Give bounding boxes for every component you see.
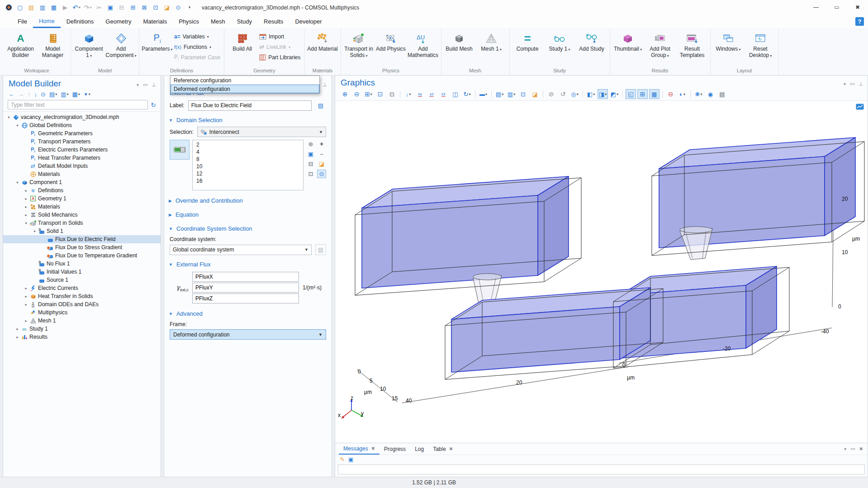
select-box-button[interactable]: ⊡ [518,89,528,99]
menu-geometry[interactable]: Geometry [100,15,137,28]
zoom-extents-button[interactable]: ⊡ [375,89,385,99]
copy-selection-button[interactable]: ▣ [306,150,315,158]
print-button[interactable]: ▤ [717,89,727,99]
go-to-yz-view-button[interactable]: yz [427,89,437,99]
tree-item-global-definitions[interactable]: ▾Global Definitions [3,121,161,129]
tree-item-transport-in-solids[interactable]: ▾Transport in Solids [3,219,161,227]
rotate-view-button[interactable]: ↻▾ [462,89,472,99]
float-panel-icon[interactable]: ▭ [850,446,855,451]
menu-mesh[interactable]: Mesh [205,15,231,28]
add-mathematics-button[interactable]: ΔUAdd Mathematics [407,29,439,58]
tree-item-flux-due-to-temperature-gradient[interactable]: Flux Due to Temperature Gradient [3,251,161,260]
tree-item-solid-1[interactable]: ▾DSolid 1 [3,227,161,235]
image-snapshot-button[interactable]: ◉ [705,89,716,99]
environment-reflections-button[interactable]: ▥▾ [506,89,517,99]
move-down-button[interactable]: ↓ [34,91,38,97]
flux-field-x[interactable] [192,272,299,282]
selection-entity-10[interactable]: 10 [193,163,303,170]
node-grouping-button[interactable]: ▦▾ [72,91,80,97]
tree-item-domain-odes-and-daes[interactable]: ▸ddtDomain ODEs and DAEs [3,300,161,308]
messages-log-area[interactable] [338,464,865,474]
tree-item-no-flux-1[interactable]: DNo Flux 1 [3,260,161,268]
select-box-button[interactable]: ⊡ [152,3,160,13]
section-equation[interactable]: ▶ Equation [164,208,332,220]
section-override[interactable]: ▶ Override and Contribution [164,194,332,206]
new-button[interactable]: ▢ [16,3,24,13]
flux-field-y[interactable] [192,283,299,293]
pin-panel-icon[interactable]: ⊥ [152,82,156,87]
transparency-button[interactable]: ◩▾ [609,89,620,99]
float-panel-icon[interactable]: ▭ [143,82,147,87]
close-tab-icon[interactable]: ✖ [371,446,375,451]
plot-overlay-icon[interactable] [856,104,864,110]
selection-entity-8[interactable]: 8 [193,156,303,163]
collapse-node-icon[interactable]: ▾ [6,115,12,119]
clear-selection-button[interactable]: ◪ [163,3,171,13]
paste-selection-button[interactable]: ⊟ [306,160,315,168]
selection-color-button[interactable]: ◨▾ [598,89,608,99]
hide-entities-button[interactable]: ⊘ [546,89,556,99]
zoom-out-button[interactable]: ⊖ [351,89,362,99]
tree-item-heat-transfer-parameters[interactable]: PiHeat Transfer Parameters [3,154,161,162]
transport-in-solids-button[interactable]: Transport in Solids ▾ [343,29,375,58]
tree-item-mesh-1[interactable]: ▸Mesh 1 [3,317,161,325]
go-back-button[interactable]: ← [9,91,14,97]
paste-button[interactable]: ⊟ [118,3,126,13]
tab-log[interactable]: Log [410,443,428,455]
expand-node-icon[interactable]: ▸ [23,286,29,290]
comsol-logo-button[interactable] [5,3,13,13]
refresh-filter-icon[interactable]: ↻ [151,102,156,108]
close-panel-icon[interactable]: ✖ [859,446,863,451]
tree-item-solid-mechanics[interactable]: ▸Solid Mechanics [3,211,161,219]
expand-all-button[interactable]: ▤▾ [49,91,57,97]
tree-item-source-1[interactable]: Source 1 [3,276,161,284]
tree-item-component-1[interactable]: ▾Component 1 [3,178,161,186]
selection-dropdown[interactable]: Interconnect ▼ [197,127,326,137]
cut-button[interactable]: ✂ [95,3,103,13]
undo-button[interactable]: ↶▾ [72,3,81,13]
livelink-button[interactable]: ⇄LiveLink▾ [259,43,300,51]
menu-results[interactable]: Results [258,15,289,28]
selection-entity-12[interactable]: 12 [193,170,303,177]
tree-item-geometric-parameters[interactable]: PiGeometric Parameters [3,129,161,137]
tree-item-flux-due-to-stress-gradient[interactable]: Flux Due to Stress Gradient [3,243,161,251]
expand-node-icon[interactable]: ▸ [23,294,29,298]
tab-messages[interactable]: Messages✖ [339,443,379,455]
collapse-panel-icon[interactable]: ▾ [844,81,846,86]
expand-node-icon[interactable]: ▸ [23,319,29,323]
visibility-button[interactable]: ◎▾ [569,89,580,99]
coordinate-system-dropdown[interactable]: Global coordinate system ▼ [170,245,312,255]
tab-progress[interactable]: Progress [379,443,410,455]
go-forward-button[interactable]: → [18,91,24,97]
disable-color-button[interactable]: ⊝ [665,89,676,99]
frame-option-reference-configuration[interactable]: Reference configuration [171,76,319,85]
view-faces-button[interactable]: ◧▾ [586,89,596,99]
build-mesh-button[interactable]: Build Mesh [443,29,475,52]
go-to-xy-view-button[interactable]: xy [415,89,425,99]
tree-item-initial-values-1[interactable]: DInitial Values 1 [3,268,161,276]
zoom-to-selection-button[interactable]: ⊡ [306,170,315,178]
section-domain-selection[interactable]: ▼ Domain Selection [164,114,332,126]
tree-filter-input[interactable] [8,100,148,109]
compute-button[interactable]: =Compute [512,29,544,52]
collapse-panel-icon[interactable]: ▾ [844,446,846,451]
menu-file[interactable]: File [12,15,33,28]
section-advanced[interactable]: ▼ Advanced [164,307,332,319]
remove-from-selection-button[interactable]: − [317,150,326,158]
delete-button[interactable]: ⊠ [140,3,148,13]
scene-light-button[interactable]: ▬▾ [478,89,489,99]
model-manager-button[interactable]: Model Manager [37,29,69,58]
open-button[interactable]: ▤ [27,3,35,13]
show-axis-button[interactable]: ▦ [649,89,659,99]
tree-item-default-model-inputs[interactable]: ⇄Default Model Inputs [3,162,161,170]
show-grid-button[interactable]: ⊞ [637,89,648,99]
add-material-button[interactable]: Add Material [307,29,339,52]
tree-item-vacancy-electromigration-3dmodel-mph[interactable]: ▾vacancy_electromigration_3Dmodel.mph [3,113,161,121]
help-button[interactable]: ? [855,17,864,26]
color-theme-button[interactable]: ◐▾ [677,89,688,99]
menu-home[interactable]: Home [33,15,61,28]
show-button[interactable]: ⊙ [41,91,46,97]
go-to-source-button[interactable]: ▤ [315,244,326,255]
tree-item-definitions[interactable]: ▸≡Definitions [3,186,161,194]
maximize-button[interactable]: ▭ [826,0,847,14]
